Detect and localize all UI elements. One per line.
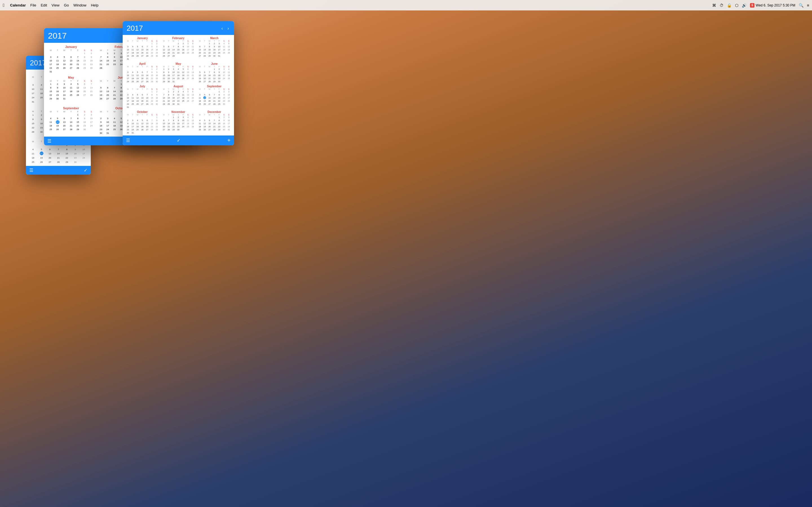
day-cell[interactable]: 24 [80, 156, 88, 160]
days-grid: 123 45678910 11121314151617 181920212223… [47, 113, 95, 131]
day-cell[interactable]: 6 [46, 147, 54, 152]
day-cell[interactable]: 16 [71, 152, 80, 156]
month-may-med: May MTWTFSS 1234567 891011121314 1516171… [47, 76, 95, 104]
full-oct: October MTWTFSS 1 2345678 9101112131415 … [125, 110, 159, 134]
day-cell[interactable]: 9 [71, 147, 80, 152]
day-cell[interactable]: 26 [37, 160, 46, 164]
prev-year-button[interactable]: ‹ [220, 25, 224, 32]
day-cell[interactable]: 29 [29, 130, 37, 134]
full-cal-footer: ☰ ✓ + [123, 135, 234, 145]
day-cell[interactable]: 18 [29, 156, 37, 160]
day-cell[interactable]: 7 [54, 147, 63, 152]
full-apr: April MTWTFSS 12 3456789 10111213141516 … [125, 62, 159, 83]
day-empty [29, 78, 37, 83]
day-cell[interactable]: 28 [54, 160, 63, 164]
menu-file[interactable]: File [30, 3, 36, 7]
menu-go[interactable]: Go [64, 3, 69, 7]
day-cell[interactable]: 22 [29, 126, 37, 130]
full-jul: July MTWTFSS 12 3456789 10111213141516 1… [125, 85, 159, 109]
day-cell[interactable]: 25 [29, 160, 37, 164]
days-grid: 12 3456789 10111213141516 17181920212223… [47, 52, 95, 73]
day-cell[interactable]: 10 [80, 147, 88, 152]
checkmark-icon[interactable]: ✓ [84, 168, 87, 173]
menu-window[interactable]: Window [73, 3, 86, 7]
full-aug: August MTWTFSS 123456 78910111213 141516… [161, 85, 195, 109]
hamburger-icon-full[interactable]: ☰ [126, 138, 130, 143]
day-cell[interactable]: 31 [29, 100, 37, 104]
menubar:  Calendar File Edit View Go Window Help… [0, 0, 406, 10]
day-cell[interactable]: 30 [71, 160, 80, 164]
day-cell[interactable]: 14 [54, 152, 63, 156]
app-name: Calendar [10, 3, 26, 7]
day-cell[interactable]: 4 [29, 147, 37, 152]
day-cell[interactable]: 24 [29, 96, 37, 100]
month-sep-med: September MTWTFSS 123 45678910 111213141… [47, 107, 95, 135]
med-cal-year: 2017 [48, 31, 67, 41]
calendar-window-full: 2017 ‹ › January MTWTFSS 12 3456789 1011… [123, 21, 234, 145]
month-jan-med: January MTWTFSS 12 3456789 1011121314151… [47, 45, 95, 73]
day-cell[interactable]: 20 [46, 156, 54, 160]
month-title: May [47, 76, 95, 79]
full-dec: December MTWTFSS 123 45678910 1112131415… [197, 110, 231, 134]
add-button-full[interactable]: + [227, 137, 231, 144]
day-cell[interactable]: 8 [63, 147, 71, 152]
day-cell[interactable]: 21 [54, 156, 63, 160]
day-cell[interactable]: 27 [46, 160, 54, 164]
full-cal-body: January MTWTFSS 12 3456789 1011121314151… [123, 35, 234, 135]
day-cell[interactable]: 3 [29, 83, 37, 87]
full-may: May MTWTFSS 1234567 891011121314 1516171… [161, 62, 195, 83]
day-cell[interactable]: 15 [29, 121, 37, 126]
day-cell[interactable]: 29 [63, 160, 71, 164]
apple-icon[interactable]:  [3, 3, 4, 8]
full-jun: June MTWTFSS 1234 567891011 121314151617… [197, 62, 231, 83]
day-cell[interactable]: 15 [63, 152, 71, 156]
full-sep: September MTWTFSS 123 45678910 111213141… [197, 85, 231, 109]
small-cal-footer: ☰ ✓ [26, 166, 91, 175]
day-cell[interactable]: 11 [29, 152, 37, 156]
menu-edit[interactable]: Edit [41, 3, 47, 7]
full-cal-header: 2017 ‹ › [123, 21, 234, 35]
day-cell[interactable]: 1 [29, 113, 37, 117]
day-cell[interactable]: 23 [71, 156, 80, 160]
day-cell[interactable]: 22 [63, 156, 71, 160]
checkmark-icon-full[interactable]: ✓ [177, 138, 181, 143]
menu-help[interactable]: Help [91, 3, 98, 7]
day-cell[interactable]: 5 [37, 147, 46, 152]
next-year-button[interactable]: › [226, 25, 230, 32]
hamburger-icon[interactable]: ☰ [29, 168, 33, 173]
day-cell[interactable]: 13 [46, 152, 54, 156]
cal-nav: ‹ › [220, 25, 230, 32]
day-cell[interactable]: 17 [29, 91, 37, 96]
dh-m: M [29, 76, 37, 78]
hamburger-icon[interactable]: ☰ [47, 138, 51, 144]
day-cell[interactable]: 17 [80, 152, 88, 156]
day-cell-today[interactable]: 12 [40, 152, 43, 155]
full-jan: January MTWTFSS 12 3456789 1011121314151… [125, 37, 159, 61]
month-title: January [47, 45, 95, 48]
days-grid: 1234567 891011121314 15161718192021 2223… [47, 82, 95, 101]
day-cell[interactable]: 10 [29, 87, 37, 91]
day-cell[interactable]: 8 [29, 117, 37, 121]
day-cell[interactable]: 19 [37, 156, 46, 160]
full-nov: November MTWTFSS 12345 6789101112 131415… [161, 110, 195, 134]
full-feb: February MTWTFSS 1234 567891011 12131415… [161, 37, 195, 61]
menu-view[interactable]: View [52, 3, 59, 7]
menubar-left:  Calendar File Edit View Go Window Help [3, 3, 98, 8]
month-title: September [47, 107, 95, 110]
full-cal-year: 2017 [126, 24, 143, 33]
full-mar: March MTWTFSS 12345 6789101112 131415161… [197, 37, 231, 61]
